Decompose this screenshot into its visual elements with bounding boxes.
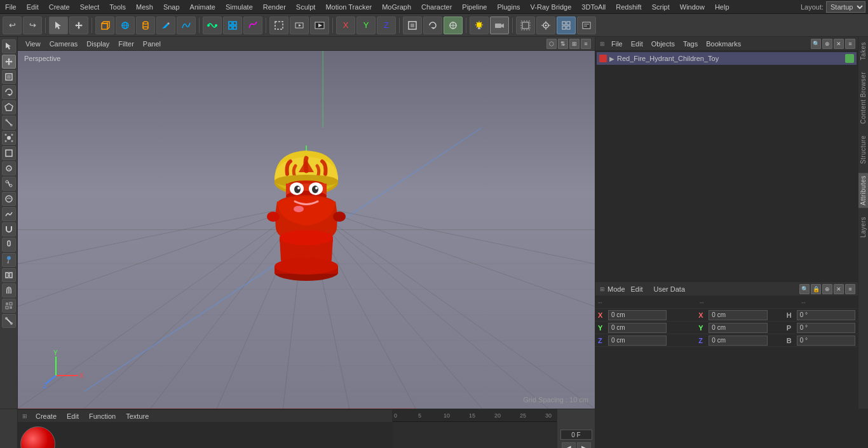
attr-lock-icon[interactable]: 🔒 [811, 284, 821, 294]
obj-menu-edit[interactable]: Edit [627, 39, 647, 49]
mat-menu-function[interactable]: Function [85, 411, 119, 421]
render-region-button[interactable] [269, 17, 288, 34]
attr-settings-icon[interactable]: ⊕ [822, 284, 832, 294]
render-active-view-button[interactable] [290, 17, 309, 34]
layout-select[interactable]: Startup [826, 1, 865, 13]
tool-object[interactable] [2, 146, 16, 160]
redo-button[interactable]: ↪ [23, 17, 42, 34]
menu-tools[interactable]: Tools [104, 2, 131, 12]
menu-animate[interactable]: Animate [185, 2, 220, 12]
menu-redshift[interactable]: Redshift [611, 2, 646, 12]
current-frame-input[interactable] [560, 430, 592, 440]
y-axis-button[interactable]: Y [356, 17, 376, 34]
tool-edge[interactable] [2, 116, 16, 130]
timeline-track-area[interactable] [393, 422, 557, 448]
menu-sculpt[interactable]: Sculpt [291, 2, 321, 12]
tool-point[interactable] [2, 131, 16, 145]
rotate-tool-button[interactable] [423, 17, 442, 34]
tool-rotate[interactable] [2, 85, 16, 99]
menu-simulate[interactable]: Simulate [220, 2, 258, 12]
attr-y-size[interactable]: 0 cm [709, 323, 767, 333]
generators-button[interactable] [223, 17, 242, 34]
menu-mesh[interactable]: Mesh [131, 2, 158, 12]
attr-y-pos[interactable]: 0 cm [608, 323, 667, 333]
transform-button[interactable] [516, 17, 535, 34]
tool-weld[interactable] [2, 177, 16, 191]
mat-fire-hydrant[interactable]: Fire_Hyd... [20, 426, 55, 449]
viewport-canvas[interactable]: Perspective X Y Z Grid Spacing : 10 cm [18, 51, 595, 409]
obj-list-item[interactable]: ▶ Red_Fire_Hydrant_Children_Toy [597, 52, 857, 65]
menu-file[interactable]: File [0, 2, 22, 12]
viewport-options-button[interactable] [557, 17, 576, 34]
tab-attributes[interactable]: Attributes [858, 173, 868, 208]
menu-edit[interactable]: Edit [22, 2, 44, 12]
menu-mograph[interactable]: MoGraph [377, 2, 416, 12]
attr-b-val[interactable]: 0 ° [797, 336, 855, 346]
menu-motion-tracker[interactable]: Motion Tracker [320, 2, 377, 12]
menu-pipeline[interactable]: Pipeline [457, 2, 492, 12]
attr-z-pos[interactable]: 0 cm [608, 336, 667, 346]
vp-swap-icon[interactable]: ⇅ [558, 39, 568, 49]
obj-visibility-tag[interactable] [845, 54, 854, 63]
mat-menu-texture[interactable]: Texture [122, 411, 153, 421]
tool-paint[interactable] [2, 253, 16, 267]
tool-sculpt-tool[interactable] [2, 192, 16, 206]
attr-p-val[interactable]: 0 ° [797, 323, 855, 333]
move-tool-button[interactable] [69, 17, 88, 34]
tool-magnet[interactable] [2, 222, 16, 236]
menu-plugins[interactable]: Plugins [492, 2, 525, 12]
attr-h-val[interactable]: 0 ° [797, 310, 855, 320]
viewport[interactable]: View Cameras Display Filter Panel ⬡ ⇅ ⊞ … [18, 37, 595, 409]
attr-expand-icon[interactable]: ≡ [845, 284, 855, 294]
viewport-menu-filter[interactable]: Filter [114, 39, 137, 49]
menu-select[interactable]: Select [75, 2, 105, 12]
undo-button[interactable]: ↩ [3, 17, 22, 34]
viewport-menu-display[interactable]: Display [83, 39, 113, 49]
vp-layout-icon[interactable]: ⊞ [569, 39, 580, 49]
z-axis-button[interactable]: Z [377, 17, 396, 34]
viewport-menu-view[interactable]: View [22, 39, 44, 49]
deformer-button[interactable] [243, 17, 262, 34]
attr-menu-edit[interactable]: Edit [626, 285, 648, 293]
lights-button[interactable] [470, 17, 489, 34]
tab-content-browser[interactable]: Content Browser [859, 69, 867, 126]
attr-search-icon[interactable]: 🔍 [799, 284, 810, 294]
viewport-menu-panel[interactable]: Panel [139, 39, 165, 49]
mat-menu-create[interactable]: Create [32, 411, 60, 421]
menu-script[interactable]: Script [647, 2, 675, 12]
tool-grab[interactable] [2, 238, 16, 252]
obj-menu-file[interactable]: File [607, 39, 627, 49]
object-mode-button[interactable] [403, 17, 422, 34]
tool-smooth[interactable] [2, 207, 16, 221]
tool-bone[interactable] [2, 314, 16, 328]
tool-grid-toggle[interactable] [2, 299, 16, 313]
tool-hair[interactable] [2, 283, 16, 297]
obj-menu-bookmarks[interactable]: Bookmarks [702, 39, 745, 49]
cube-button[interactable] [95, 17, 114, 34]
spline-button[interactable] [177, 17, 196, 34]
frame-next-btn[interactable]: ▶ [577, 442, 591, 448]
attr-close-icon[interactable]: ✕ [834, 284, 844, 294]
sphere-button[interactable] [116, 17, 135, 34]
tool-polygon[interactable] [2, 100, 16, 114]
viewport-menu-cameras[interactable]: Cameras [46, 39, 82, 49]
obj-menu-objects[interactable]: Objects [648, 39, 679, 49]
tool-symmetry[interactable] [2, 268, 16, 282]
attr-x-pos[interactable]: 0 cm [608, 310, 667, 320]
select-tool-button[interactable] [49, 17, 68, 34]
menu-snap[interactable]: Snap [158, 2, 185, 12]
menu-vray[interactable]: V-Ray Bridge [526, 2, 577, 12]
menu-render[interactable]: Render [258, 2, 291, 12]
vp-maximize-icon[interactable]: ⬡ [546, 39, 557, 49]
frame-prev-btn[interactable]: ◀ [562, 442, 576, 448]
snap-button[interactable] [536, 17, 555, 34]
menu-3dtoall[interactable]: 3DToAll [576, 2, 611, 12]
nurbs-button[interactable] [203, 17, 222, 34]
tool-live-select[interactable] [2, 39, 16, 53]
obj-search-icon[interactable]: 🔍 [811, 39, 821, 49]
render-settings-button[interactable] [577, 17, 596, 34]
cylinder-button[interactable] [136, 17, 155, 34]
obj-menu-tags[interactable]: Tags [679, 39, 702, 49]
attr-x-size[interactable]: 0 cm [709, 310, 767, 320]
tool-move[interactable] [2, 55, 16, 69]
